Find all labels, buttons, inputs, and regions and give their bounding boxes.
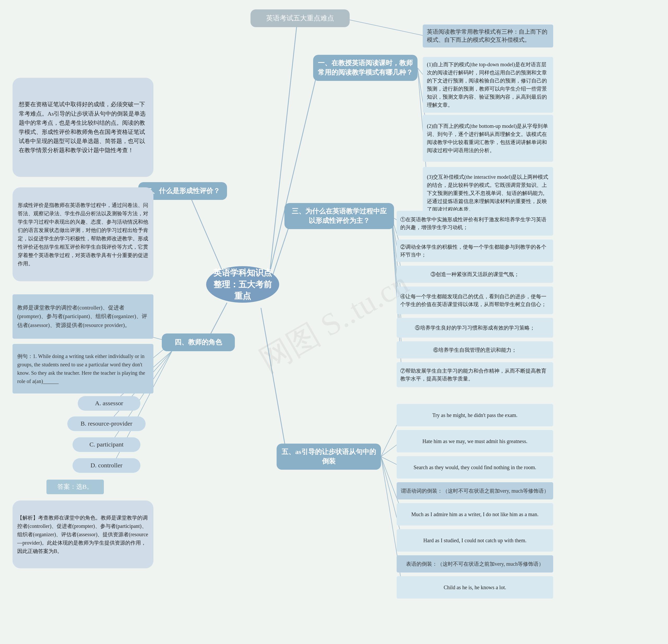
four-label: 四、教师的角色 xyxy=(174,338,222,347)
intro-bubble: 想要在资格证笔试中取得好的成绩，必须突破一下常考难点。As引导的让步状语从句中的… xyxy=(13,78,153,177)
wf4-text: ④让每一个学生都能发现自己的优点，看到自己的进步，使每一个学生的价值在英语课堂得… xyxy=(400,292,549,308)
center-label: 英语学科知识点整理：五大考前重点 xyxy=(210,267,275,302)
option-d-label: D. controller xyxy=(91,461,123,470)
five-label: 五、as引导的让步状语从句中的倒装 xyxy=(281,447,377,466)
reading-model-1: (1)自上而下的模式(the top-down model)是在对语言层次的阅读… xyxy=(423,57,553,113)
node-four: 四、教师的角色 xyxy=(162,334,235,351)
analysis-node: 【解析】考查教师在课堂中的角色。教师是课堂教学的调控者(controller)、… xyxy=(13,501,153,568)
reading-model-2: (2)自下而上的模式(the bottom-up model)是从字母到单词、到… xyxy=(423,115,553,162)
node-five: 五、as引导的让步状语从句中的倒装 xyxy=(277,444,381,470)
roles-text: 教师是课堂教学的调控者(controller)、促进者(prompter)、参与… xyxy=(17,304,149,330)
why-formative-6: ⑥培养学生自我管理的意识和能力； xyxy=(397,341,553,358)
two-label: 二、什么是形成性评价？ xyxy=(145,186,220,196)
intro-text: 想要在资格证笔试中取得好的成绩，必须突破一下常考难点。As引导的让步状语从句中的… xyxy=(19,100,147,155)
node-three: 三、为什么在英语教学过程中应以形成性评价为主？ xyxy=(285,203,394,229)
node-one: 一、在教授英语阅读课时，教师常用的阅读教学模式有哪几种？ xyxy=(313,55,418,81)
top-node: 英语考试五大重点难点 xyxy=(250,10,350,27)
inv-ex3-text: Search as they would, they could find no… xyxy=(414,463,536,471)
wf5-text: ⑤培养学生良好的学习习惯和形成有效的学习策略； xyxy=(415,324,535,332)
wf6-text: ⑥培养学生自我管理的意识和能力； xyxy=(433,346,517,354)
inversion-verb-ex1: Much as I admire him as a writer, I do n… xyxy=(397,503,553,525)
svg-line-1 xyxy=(269,68,318,277)
why-formative-4: ④让每一个学生都能发现自己的优点，看到自己的进步，使每一个学生的价值在英语课堂得… xyxy=(397,287,553,314)
answer-label: 答案：选B。 xyxy=(57,482,93,491)
one-label: 一、在教授英语阅读课时，教师常用的阅读教学模式有哪几种？ xyxy=(317,59,413,77)
teacher-roles-text: 教师是课堂教学的调控者(controller)、促进者(prompter)、参与… xyxy=(13,294,153,339)
why-formative-3: ③创造一种紧张而又活跃的课堂气氛； xyxy=(397,266,553,283)
example-text: 例句：1. While doing a writing task either … xyxy=(17,352,149,385)
option-b-label: B. resource-provider xyxy=(81,419,133,428)
inversion-ex2: Hate him as we may, we must admit his gr… xyxy=(397,430,553,453)
rm3-text: (3)交互补偿模式(the interactive model)是以上两种模式的… xyxy=(427,173,549,213)
inversion-verb-ex2: Hard as I studied, I could not catch up … xyxy=(397,529,553,552)
wf7-text: ⑦帮助发展学生自主学习的能力和合作精神，从而不断提高教育教学水平，提高英语教学质… xyxy=(400,367,549,383)
option-c[interactable]: C. participant xyxy=(73,437,140,452)
option-b[interactable]: B. resource-provider xyxy=(67,416,146,431)
svg-line-6 xyxy=(345,19,428,36)
inversion-verb-note-text: 谓语动词的倒装：（这时不可在状语之前加very, much等修饰语） xyxy=(401,487,549,494)
center-node: 英语学科知识点整理：五大考前重点 xyxy=(206,266,279,303)
wf2-text: ②调动全体学生的积极性，使每一个学生都能参与到教学的各个环节当中； xyxy=(400,243,549,259)
formative-eval-def: 形成性评价是指教师在英语教学过程中，通过问卷法、问答法、观察记录法、学生作品分析… xyxy=(13,187,153,281)
inv-ex2-text: Hate him as we may, we must admit his gr… xyxy=(423,437,528,445)
three-label: 三、为什么在英语教学过程中应以形成性评价为主？ xyxy=(289,207,390,226)
inversion-adj-note-text: 表语的倒装：（这时不可在状语之前加very, much等修饰语） xyxy=(406,560,544,568)
option-d[interactable]: D. controller xyxy=(73,458,140,473)
why-formative-1: ①在英语教学中实施形成性评价有利于激发和培养学生学习英语的兴趣，增强学生学习动机… xyxy=(397,211,553,236)
why-formative-5: ⑤培养学生良好的学习习惯和形成有效的学习策略； xyxy=(397,318,553,338)
svg-line-5 xyxy=(261,308,287,457)
option-a-label: A. assessor xyxy=(95,399,123,408)
inv-ex1-text: Try as he might, he didn't pass the exam… xyxy=(432,411,517,419)
wf3-text: ③创造一种紧张而又活跃的课堂气氛； xyxy=(430,270,519,278)
why-formative-7: ⑦帮助发展学生自主学习的能力和合作精神，从而不断提高教育教学水平，提高英语教学质… xyxy=(397,362,553,387)
option-a[interactable]: A. assessor xyxy=(78,396,140,411)
rm1-text: (1)自上而下的模式(the top-down model)是在对语言层次的阅读… xyxy=(427,61,549,109)
option-c-label: C. participant xyxy=(90,440,124,449)
teacher-roles-example: 例句：1. While doing a writing task either … xyxy=(13,344,153,394)
reading-models-intro: 英语阅读教学常用教学模式有三种：自上而下的模式、自下而上的模式和交互补偿模式。 xyxy=(423,25,553,47)
inversion-adj-ex1: Child as he is, he knows a lot. xyxy=(397,576,553,599)
svg-line-0 xyxy=(269,19,298,282)
why-formative-2: ②调动全体学生的积极性，使每一个学生都能参与到教学的各个环节当中； xyxy=(397,240,553,262)
top-label: 英语考试五大重点难点 xyxy=(266,14,334,23)
analysis-text: 【解析】考查教师在课堂中的角色。教师是课堂教学的调控者(controller)、… xyxy=(17,513,149,555)
mind-map: 网图 S..tu.cn xyxy=(0,0,668,644)
inversion-ex1: Try as he might, he didn't pass the exam… xyxy=(397,404,553,426)
inv-adj-ex1-text: Child as he is, he knows a lot. xyxy=(444,583,506,591)
inversion-verb-note: 谓语动词的倒装：（这时不可在状语之前加very, much等修饰语） xyxy=(397,482,553,500)
inv-verb-ex1-text: Much as I admire him as a writer, I do n… xyxy=(411,510,538,518)
answer-node: 答案：选B。 xyxy=(46,480,104,494)
rm-intro-text: 英语阅读教学常用教学模式有三种：自上而下的模式、自下而上的模式和交互补偿模式。 xyxy=(427,28,549,44)
inversion-ex3: Search as they would, they could find no… xyxy=(397,456,553,478)
rm2-text: (2)自下而上的模式(the bottom-up model)是从字母到单词、到… xyxy=(427,122,549,154)
inversion-adj-note: 表语的倒装：（这时不可在状语之前加very, much等修饰语） xyxy=(397,555,553,572)
formative-def-text: 形成性评价是指教师在英语教学过程中，通过问卷法、问答法、观察记录法、学生作品分析… xyxy=(18,201,148,268)
wf1-text: ①在英语教学中实施形成性评价有利于激发和培养学生学习英语的兴趣，增强学生学习动机… xyxy=(400,216,549,231)
inv-verb-ex2-text: Hard as I studied, I could not catch up … xyxy=(423,536,526,544)
